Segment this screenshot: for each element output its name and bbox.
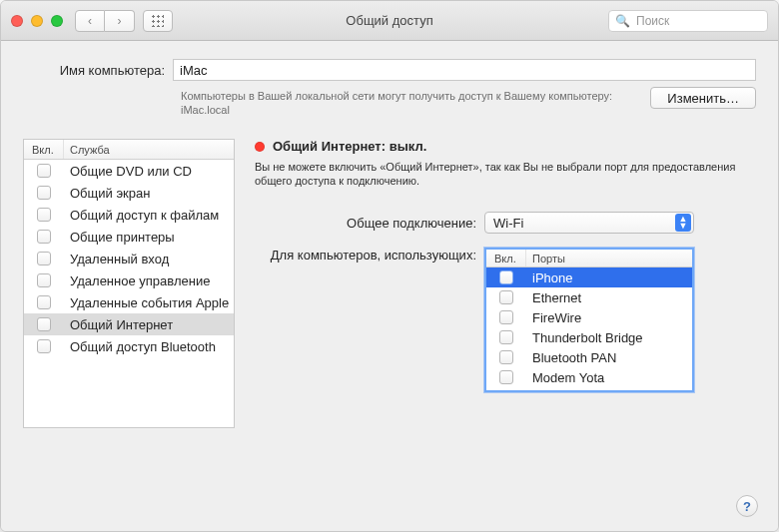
main-area: Вкл. Служба Общие DVD или CDОбщий экранО…: [23, 139, 756, 428]
ports-header-on: Вкл.: [486, 250, 526, 266]
port-checkbox[interactable]: [486, 310, 526, 324]
port-label: Ethernet: [526, 290, 692, 305]
minimize-icon[interactable]: [31, 15, 43, 27]
edit-hostname-button[interactable]: Изменить…: [650, 87, 756, 109]
chevron-right-icon: ›: [118, 14, 122, 28]
port-checkbox[interactable]: [486, 370, 526, 384]
service-checkbox[interactable]: [24, 208, 64, 222]
port-label: iPhone: [526, 270, 692, 285]
zoom-icon[interactable]: [51, 15, 63, 27]
port-checkbox[interactable]: [486, 290, 526, 304]
show-all-button[interactable]: [143, 10, 173, 32]
share-from-row: Общее подключение: Wi-Fi ▲▼: [255, 212, 756, 234]
to-computers-label: Для компьютеров, использующих:: [255, 248, 484, 264]
services-header: Вкл. Служба: [24, 140, 234, 160]
ports-header-name: Порты: [526, 250, 692, 266]
detail-pane: Общий Интернет: выкл. Вы не можете включ…: [255, 139, 756, 428]
service-checkbox[interactable]: [24, 273, 64, 287]
search-input[interactable]: 🔍 Поиск: [608, 10, 768, 32]
help-button[interactable]: ?: [736, 495, 758, 517]
port-row[interactable]: Modem Yota: [486, 367, 692, 387]
port-checkbox[interactable]: [486, 350, 526, 364]
port-label: Modem Yota: [526, 370, 692, 385]
services-list[interactable]: Вкл. Служба Общие DVD или CDОбщий экранО…: [23, 139, 235, 428]
search-placeholder: Поиск: [636, 14, 669, 28]
forward-button[interactable]: ›: [105, 10, 135, 32]
share-from-value: Wi-Fi: [493, 216, 523, 231]
service-checkbox[interactable]: [24, 186, 64, 200]
grid-icon: [152, 15, 164, 27]
preferences-window: ‹ › Общий доступ 🔍 Поиск Имя компьютера:…: [0, 0, 779, 532]
computer-name-hint: Компьютеры в Вашей локальной сети могут …: [181, 87, 636, 117]
port-label: Thunderbolt Bridge: [526, 330, 692, 345]
status-description: Вы не можете включить «Общий Интернет», …: [255, 160, 756, 188]
back-button[interactable]: ‹: [75, 10, 105, 32]
ports-list[interactable]: Вкл. Порты iPhoneEthernetFireWireThunder…: [484, 248, 694, 392]
port-checkbox[interactable]: [486, 330, 526, 344]
port-row[interactable]: Ethernet: [486, 287, 692, 307]
close-icon[interactable]: [11, 15, 23, 27]
service-row[interactable]: Удаленное управление: [24, 269, 234, 291]
service-checkbox[interactable]: [24, 339, 64, 353]
nav-buttons: ‹ ›: [75, 10, 135, 32]
updown-icon: ▲▼: [675, 214, 691, 232]
port-label: Bluetooth PAN: [526, 350, 692, 365]
computer-name-hint-row: Компьютеры в Вашей локальной сети могут …: [23, 87, 756, 117]
status-text: Общий Интернет: выкл.: [273, 139, 426, 154]
service-label: Общий экран: [64, 186, 234, 201]
service-row[interactable]: Общий доступ Bluetooth: [24, 335, 234, 357]
service-label: Удаленный вход: [64, 252, 234, 266]
share-from-select[interactable]: Wi-Fi ▲▼: [484, 212, 694, 234]
service-row[interactable]: Общие DVD или CD: [24, 160, 234, 182]
service-label: Удаленные события Apple: [64, 295, 234, 310]
service-row[interactable]: Общий Интернет: [24, 313, 234, 335]
services-header-name: Служба: [64, 140, 234, 159]
port-row[interactable]: Bluetooth PAN: [486, 347, 692, 367]
window-controls: [11, 15, 63, 27]
service-checkbox[interactable]: [24, 317, 64, 331]
port-label: FireWire: [526, 310, 692, 325]
search-icon: 🔍: [615, 14, 630, 28]
services-header-on: Вкл.: [24, 140, 64, 159]
service-label: Удаленное управление: [64, 273, 234, 288]
service-row[interactable]: Удаленные события Apple: [24, 291, 234, 313]
service-label: Общие DVD или CD: [64, 164, 234, 179]
service-checkbox[interactable]: [24, 252, 64, 266]
computer-name-label: Имя компьютера:: [23, 63, 173, 78]
computer-name-row: Имя компьютера:: [23, 59, 756, 81]
port-row[interactable]: Thunderbolt Bridge: [486, 327, 692, 347]
service-row[interactable]: Общий экран: [24, 182, 234, 204]
port-row[interactable]: iPhone: [486, 267, 692, 287]
ports-header: Вкл. Порты: [486, 250, 692, 267]
service-label: Общий Интернет: [64, 317, 234, 332]
service-label: Общий доступ к файлам: [64, 208, 234, 223]
service-label: Общий доступ Bluetooth: [64, 339, 234, 354]
status-indicator-icon: [255, 142, 265, 152]
service-checkbox[interactable]: [24, 164, 64, 178]
chevron-left-icon: ‹: [88, 14, 92, 28]
ports-row: Для компьютеров, использующих: Вкл. Порт…: [255, 248, 756, 392]
service-row[interactable]: Общие принтеры: [24, 226, 234, 248]
computer-name-field[interactable]: [173, 59, 756, 81]
status-line: Общий Интернет: выкл.: [255, 139, 756, 154]
service-checkbox[interactable]: [24, 295, 64, 309]
service-checkbox[interactable]: [24, 230, 64, 244]
service-row[interactable]: Удаленный вход: [24, 248, 234, 269]
share-from-label: Общее подключение:: [255, 216, 484, 231]
titlebar: ‹ › Общий доступ 🔍 Поиск: [1, 1, 778, 41]
service-label: Общие принтеры: [64, 230, 234, 245]
content: Имя компьютера: Компьютеры в Вашей локал…: [1, 41, 778, 531]
port-row[interactable]: FireWire: [486, 307, 692, 327]
service-row[interactable]: Общий доступ к файлам: [24, 204, 234, 226]
port-checkbox[interactable]: [486, 270, 526, 284]
